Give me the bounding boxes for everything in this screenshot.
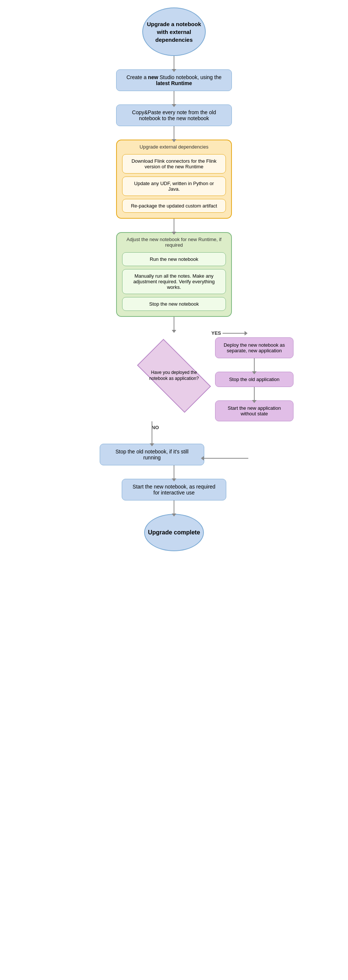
step6-text: Start the new notebook, as required for … (129, 484, 219, 496)
step3-title: Upgrade external dependencies (140, 144, 208, 150)
right-column: Deploy the new notebook as separate, new… (215, 337, 294, 422)
left-arrow-wrap (203, 458, 248, 459)
arrow-3 (174, 126, 174, 140)
step3-group: Upgrade external dependencies Download F… (116, 140, 232, 219)
step4-title: Adjust the new notebook for new Runtime,… (122, 237, 226, 248)
step2-box: Copy&Paste every note from the old noteb… (116, 105, 232, 126)
step3a-box: Download Flink connectors for the Flink … (122, 154, 226, 173)
step4a-box: Run the new notebook (122, 252, 226, 266)
step3b-box: Update any UDF, written in Python or Jav… (122, 177, 226, 196)
step3b-text: Update any UDF, written in Python or Jav… (134, 181, 214, 192)
arrow-7 (174, 500, 174, 514)
step4c-text: Stop the new notebook (149, 301, 199, 307)
arrow-2 (174, 91, 174, 105)
arrow-1 (174, 56, 174, 69)
diamond-row: Have you deployed the notebook as applic… (0, 330, 348, 422)
no-label-wrap: NO (152, 424, 159, 430)
left-arrow (203, 458, 248, 459)
step5-box: Stop the old notebook, if it's still run… (100, 444, 204, 465)
right1-text: Deploy the new notebook as separate, new… (222, 342, 286, 353)
right-arrow-1 (254, 358, 255, 372)
step2-text: Copy&Paste every note from the old noteb… (123, 109, 225, 121)
step3c-text: Re-package the updated custom artifact (131, 203, 217, 208)
arrow-6 (174, 465, 174, 479)
end-label: Upgrade complete (148, 529, 200, 536)
yes-label: YES (211, 330, 221, 336)
flowchart: Upgrade a notebook with external depende… (0, 8, 348, 551)
step4-group: Adjust the new notebook for new Runtime,… (116, 232, 232, 317)
step4b-text: Manually run all the notes. Make any adj… (133, 273, 215, 290)
end-ellipse: Upgrade complete (144, 514, 204, 551)
step5-text: Stop the old notebook, if it's still run… (107, 449, 197, 461)
right3-box: Start the new application without state (215, 401, 294, 422)
step1-text: Create a new Studio notebook, using the … (123, 74, 225, 86)
right-arrow-2 (254, 387, 255, 401)
no-arrow-down (152, 422, 152, 444)
start-ellipse: Upgrade a notebook with external depende… (142, 8, 206, 56)
step4b-box: Manually run all the notes. Make any adj… (122, 269, 226, 294)
start-label: Upgrade a notebook with external depende… (143, 20, 205, 44)
step5-row: Stop the old notebook, if it's still run… (0, 422, 348, 465)
step4a-text: Run the new notebook (150, 256, 198, 262)
right1-box: Deploy the new notebook as separate, new… (215, 337, 294, 358)
yes-arrow-row: YES (211, 330, 245, 336)
right3-text: Start the new application without state (222, 405, 286, 417)
step4c-box: Stop the new notebook (122, 297, 226, 311)
diamond-wrap: Have you deployed the notebook as applic… (137, 352, 211, 400)
step3a-text: Download Flink connectors for the Flink … (131, 158, 217, 169)
step1-box: Create a new Studio notebook, using the … (116, 69, 232, 91)
yes-arrow (222, 333, 245, 334)
step3c-box: Re-package the updated custom artifact (122, 199, 226, 213)
arrow-5 (174, 317, 174, 330)
no-label: NO (152, 425, 159, 430)
arrow-4 (174, 219, 174, 232)
step6-box: Start the new notebook, as required for … (122, 479, 226, 500)
step5-left-col: Stop the old notebook, if it's still run… (100, 422, 204, 465)
right2-text: Stop the old application (229, 377, 279, 382)
diamond-text: Have you deployed the notebook as applic… (148, 370, 200, 382)
right-branch: YES Deploy the new notebook as separate,… (211, 330, 294, 422)
